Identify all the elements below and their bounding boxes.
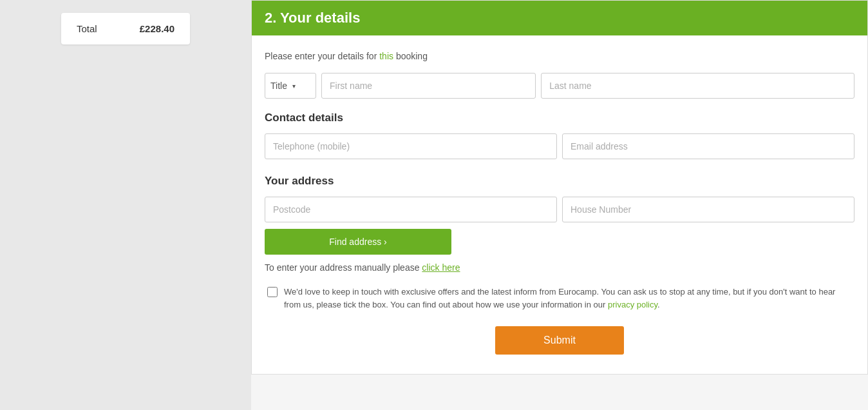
title-select-text: Title	[270, 81, 287, 91]
name-row: Title ▾	[265, 73, 854, 99]
total-value: £228.40	[140, 23, 175, 34]
telephone-input[interactable]	[265, 133, 557, 159]
left-panel: Total £228.40	[0, 0, 251, 410]
submit-button[interactable]: Submit	[495, 326, 624, 355]
contact-row	[265, 133, 854, 159]
first-name-input[interactable]	[321, 73, 536, 99]
total-label: Total	[77, 23, 97, 34]
chevron-down-icon: ▾	[292, 83, 296, 90]
section-number: 2.	[265, 10, 276, 26]
email-input[interactable]	[562, 133, 854, 159]
section-header: 2. Your details	[252, 1, 867, 35]
find-address-button[interactable]: Find address ›	[265, 229, 451, 255]
contact-details-label: Contact details	[265, 112, 854, 124]
last-name-input[interactable]	[541, 73, 854, 99]
form-body: Please enter your details for this booki…	[252, 35, 867, 374]
privacy-policy-link[interactable]: privacy policy	[608, 300, 657, 309]
click-here-link[interactable]: click here	[422, 262, 460, 273]
total-card: Total £228.40	[61, 13, 190, 44]
section-title-text: Your details	[280, 10, 360, 26]
address-row	[265, 197, 854, 222]
consent-text: We'd love to keep in touch with exclusiv…	[284, 286, 854, 311]
intro-text: Please enter your details for this booki…	[265, 51, 854, 61]
address-section: Your address Find address › To enter you…	[265, 175, 854, 273]
postcode-input[interactable]	[265, 197, 557, 222]
section-title: 2. Your details	[265, 10, 360, 26]
your-details-form: 2. Your details Please enter your detail…	[251, 0, 868, 375]
consent-section: We'd love to keep in touch with exclusiv…	[265, 286, 854, 311]
address-section-label: Your address	[265, 175, 854, 188]
manual-address-text: To enter your address manually please cl…	[265, 262, 854, 273]
right-panel: 2. Your details Please enter your detail…	[251, 0, 868, 410]
title-dropdown[interactable]: Title ▾	[265, 73, 316, 99]
consent-checkbox[interactable]	[267, 287, 278, 297]
submit-row: Submit	[265, 326, 854, 355]
house-number-input[interactable]	[562, 197, 854, 222]
